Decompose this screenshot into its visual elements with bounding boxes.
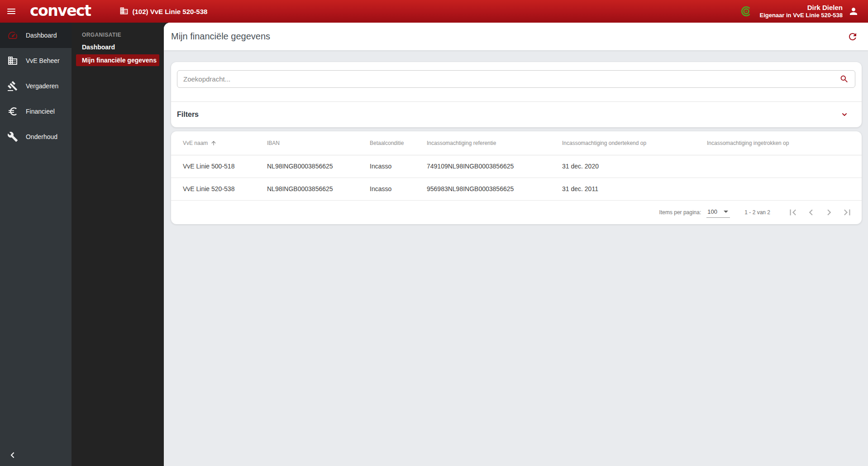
- table-row[interactable]: VvE Linie 500-518 NL98INGB0003856625 Inc…: [171, 155, 862, 178]
- subnav-section-label: ORGANISATIE: [72, 30, 164, 40]
- cell-vve-naam: VvE Linie 520-538: [171, 178, 267, 200]
- sidebar-item-dashboard[interactable]: Dashboard: [0, 23, 72, 48]
- building-icon: [119, 6, 129, 17]
- sidebar-item-vve-beheer[interactable]: VvE Beheer: [0, 48, 72, 73]
- column-header-incasso-ondertekend[interactable]: Incassomachtiging ondertekend op: [562, 131, 707, 155]
- page-title: Mijn financiële gegevens: [171, 31, 270, 42]
- filters-expander[interactable]: Filters: [171, 102, 862, 127]
- column-header-vve-naam[interactable]: VvE naam: [183, 140, 217, 146]
- gavel-icon: [7, 81, 18, 91]
- sidebar-item-label: Vergaderen: [26, 82, 58, 90]
- main-content: Mijn financiële gegevens Filte: [164, 23, 868, 466]
- cell-vve-naam: VvE Linie 500-518: [171, 155, 267, 178]
- items-per-page-value: 100: [707, 208, 717, 215]
- next-page-button[interactable]: [820, 203, 838, 221]
- sidebar-item-label: Financieel: [26, 108, 55, 115]
- sidebar-item-label: VvE Beheer: [26, 57, 60, 64]
- app-logo: convect: [30, 3, 91, 20]
- cell-iban: NL98INGB0003856625: [267, 178, 370, 200]
- user-info[interactable]: Dirk Dielen Eigenaar in VvE Linie 520-53…: [759, 4, 843, 19]
- page-header: Mijn financiële gegevens: [164, 23, 868, 50]
- cell-iban: NL98INGB0003856625: [267, 155, 370, 178]
- sidebar-item-financieel[interactable]: Financieel: [0, 99, 72, 124]
- sort-ascending-icon: [210, 140, 217, 146]
- search-filters-card: Filters: [171, 62, 862, 127]
- column-header-betaalconditie[interactable]: Betaalconditie: [370, 131, 427, 155]
- person-icon[interactable]: [848, 6, 859, 17]
- status-target-icon[interactable]: [740, 5, 752, 17]
- column-header-incasso-ingetrokken[interactable]: Incassomachtiging ingetrokken op: [707, 131, 862, 155]
- cell-incasso-ondertekend: 31 dec. 2011: [562, 178, 707, 200]
- cell-incasso-ingetrokken: [707, 155, 862, 178]
- financial-data-table: VvE naam IBAN Betaalconditie Incassomach…: [171, 131, 862, 201]
- page-range-label: 1 - 2 van 2: [744, 209, 770, 216]
- euro-icon: [7, 106, 18, 117]
- items-per-page-select[interactable]: 100: [706, 207, 730, 218]
- building-icon: [7, 55, 18, 66]
- subnav-item-mijn-financiele-gegevens[interactable]: Mijn financiële gegevens: [76, 54, 159, 66]
- search-input[interactable]: [177, 70, 855, 88]
- sidebar-item-label: Dashboard: [26, 32, 57, 39]
- column-header-iban[interactable]: IBAN: [267, 131, 370, 155]
- active-vve-label: (102) VvE Linie 520-538: [132, 8, 207, 15]
- user-name: Dirk Dielen: [759, 4, 843, 12]
- cell-incasso-ingetrokken: [707, 178, 862, 200]
- filters-label: Filters: [177, 110, 199, 119]
- last-page-button[interactable]: [838, 203, 856, 221]
- table-row[interactable]: VvE Linie 520-538 NL98INGB0003856625 Inc…: [171, 178, 862, 200]
- cell-betaalconditie: Incasso: [370, 155, 427, 178]
- secondary-sidebar: ORGANISATIE Dashboard Mijn financiële ge…: [72, 23, 164, 466]
- paginator: Items per pagina: 100 1 - 2 van 2: [171, 201, 862, 224]
- cell-incasso-referentie: 956983NL98INGB0003856625: [427, 178, 562, 200]
- previous-page-button[interactable]: [802, 203, 820, 221]
- table-header-row: VvE naam IBAN Betaalconditie Incassomach…: [171, 131, 862, 155]
- first-page-button[interactable]: [784, 203, 802, 221]
- user-role: Eigenaar in VvE Linie 520-538: [759, 12, 843, 19]
- subnav-item-dashboard[interactable]: Dashboard: [76, 41, 159, 53]
- financial-data-table-card: VvE naam IBAN Betaalconditie Incassomach…: [171, 131, 862, 224]
- sidebar-item-vergaderen[interactable]: Vergaderen: [0, 73, 72, 99]
- search-icon[interactable]: [839, 74, 849, 84]
- menu-icon[interactable]: [1, 0, 22, 23]
- collapse-sidebar-icon[interactable]: [7, 450, 18, 461]
- cell-incasso-referentie: 749109NL98INGB0003856625: [427, 155, 562, 178]
- items-per-page-label: Items per pagina:: [659, 209, 701, 216]
- wrench-icon: [7, 131, 18, 142]
- sidebar-item-onderhoud[interactable]: Onderhoud: [0, 124, 72, 149]
- gauge-icon: [7, 30, 18, 41]
- select-arrow-icon: [724, 211, 728, 213]
- sidebar-item-label: Onderhoud: [26, 133, 57, 140]
- column-header-incasso-referentie[interactable]: Incassomachtiging referentie: [427, 131, 562, 155]
- active-vve-chip[interactable]: (102) VvE Linie 520-538: [119, 6, 207, 17]
- refresh-button[interactable]: [846, 30, 859, 43]
- cell-incasso-ondertekend: 31 dec. 2020: [562, 155, 707, 178]
- cell-betaalconditie: Incasso: [370, 178, 427, 200]
- chevron-down-icon[interactable]: [841, 111, 848, 118]
- primary-sidebar: Dashboard VvE Beheer Vergaderen Financie…: [0, 23, 72, 466]
- top-bar: convect (102) VvE Linie 520-538 Dirk Die…: [0, 0, 868, 23]
